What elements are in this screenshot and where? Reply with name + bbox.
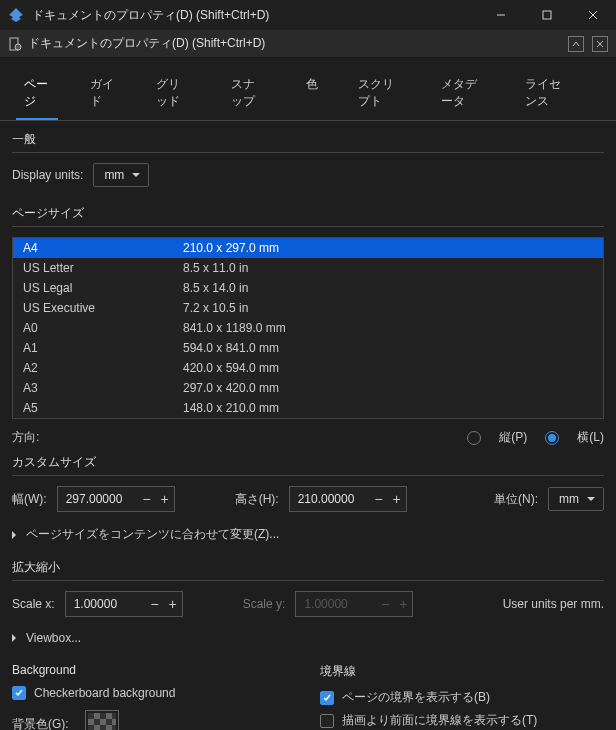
display-units-select[interactable]: mm [93, 163, 149, 187]
tab-6[interactable]: メタデータ [433, 68, 492, 120]
height-label: 高さ(H): [235, 491, 279, 508]
page-size-list[interactable]: A4210.0 x 297.0 mmUS Letter8.5 x 11.0 in… [12, 237, 604, 419]
page-size-row[interactable]: A3297.0 x 420.0 mm [13, 378, 603, 398]
checkerboard-label: Checkerboard background [34, 686, 175, 700]
tab-0[interactable]: ページ [16, 68, 58, 120]
orientation-landscape-label: 横(L) [577, 429, 604, 446]
scale-section: 拡大縮小 Scale x: − + Scale y: − + User unit… [0, 549, 616, 651]
left-column: Background Checkerboard background 背景色(G… [12, 663, 296, 730]
page-size-heading: ページサイズ [12, 205, 604, 227]
page-size-dimensions: 594.0 x 841.0 mm [183, 341, 593, 355]
orientation-landscape-radio[interactable] [545, 431, 559, 445]
checker-swatch-icon [88, 713, 116, 730]
svg-marker-0 [9, 8, 23, 22]
scaley-input: − + [295, 591, 413, 617]
right-column: 境界線 ページの境界を表示する(B) 描画より前面に境界線を表示する(T) 境界… [320, 663, 604, 730]
panel-close-icon[interactable] [592, 36, 608, 52]
close-button[interactable] [570, 0, 616, 30]
page-size-name: A1 [23, 341, 183, 355]
show-border-checkbox[interactable] [320, 691, 334, 705]
page-size-dimensions: 841.0 x 1189.0 mm [183, 321, 593, 335]
checkerboard-checkbox[interactable] [12, 686, 26, 700]
page-size-dimensions: 8.5 x 14.0 in [183, 281, 593, 295]
page-size-name: A5 [23, 401, 183, 415]
page-size-row[interactable]: A0841.0 x 1189.0 mm [13, 318, 603, 338]
maximize-button[interactable] [524, 0, 570, 30]
bg-color-button[interactable] [85, 710, 119, 730]
scaley-label: Scale y: [243, 597, 286, 611]
svg-rect-2 [543, 11, 551, 19]
panel-header: ドキュメントのプロパティ(D) (Shift+Ctrl+D) [0, 30, 616, 58]
scalex-label: Scale x: [12, 597, 55, 611]
general-heading: 一般 [12, 131, 604, 153]
tab-2[interactable]: グリッド [148, 68, 199, 120]
page-size-row[interactable]: US Letter8.5 x 11.0 in [13, 258, 603, 278]
scaley-decrement: − [376, 597, 394, 611]
chevron-right-icon [12, 531, 20, 539]
background-heading: Background [12, 663, 296, 677]
height-decrement[interactable]: − [370, 492, 388, 506]
units-label: 単位(N): [494, 491, 538, 508]
height-increment[interactable]: + [388, 492, 406, 506]
page-size-dimensions: 420.0 x 594.0 mm [183, 361, 593, 375]
page-size-row[interactable]: A4210.0 x 297.0 mm [13, 238, 603, 258]
display-units-label: Display units: [12, 168, 83, 182]
general-section: 一般 Display units: mm [0, 121, 616, 187]
bg-color-label: 背景色(G): [12, 716, 69, 731]
tab-4[interactable]: 色 [298, 68, 326, 120]
panel-title: ドキュメントのプロパティ(D) (Shift+Ctrl+D) [28, 35, 560, 52]
tabs: ページガイドグリッドスナップ色スクリプトメタデータライセンス [0, 58, 616, 121]
page-size-name: US Letter [23, 261, 183, 275]
front-border-label: 描画より前面に境界線を表示する(T) [342, 712, 537, 729]
width-decrement[interactable]: − [138, 492, 156, 506]
scalex-decrement[interactable]: − [146, 597, 164, 611]
tab-1[interactable]: ガイド [82, 68, 124, 120]
bottom-columns: Background Checkerboard background 背景色(G… [0, 651, 616, 730]
width-label: 幅(W): [12, 491, 47, 508]
page-size-dimensions: 297.0 x 420.0 mm [183, 381, 593, 395]
viewbox-expander[interactable]: Viewbox... [12, 625, 604, 651]
minimize-button[interactable] [478, 0, 524, 30]
width-increment[interactable]: + [156, 492, 174, 506]
page-size-row[interactable]: US Executive7.2 x 10.5 in [13, 298, 603, 318]
page-size-row[interactable]: A2420.0 x 594.0 mm [13, 358, 603, 378]
panel-minimize-icon[interactable] [568, 36, 584, 52]
scalex-input[interactable]: − + [65, 591, 183, 617]
scaley-increment: + [394, 597, 412, 611]
page-size-name: US Executive [23, 301, 183, 315]
show-border-label: ページの境界を表示する(B) [342, 689, 490, 706]
page-size-name: A4 [23, 241, 183, 255]
page-size-dimensions: 8.5 x 11.0 in [183, 261, 593, 275]
height-input[interactable]: − + [289, 486, 407, 512]
page-size-name: US Legal [23, 281, 183, 295]
page-size-row[interactable]: A5148.0 x 210.0 mm [13, 398, 603, 418]
page-size-row[interactable]: A1594.0 x 841.0 mm [13, 338, 603, 358]
scale-note: User units per mm. [503, 597, 604, 611]
window-titlebar: ドキュメントのプロパティ(D) (Shift+Ctrl+D) [0, 0, 616, 30]
front-border-checkbox[interactable] [320, 714, 334, 728]
scalex-increment[interactable]: + [164, 597, 182, 611]
custom-size-heading: カスタムサイズ [12, 454, 604, 476]
page-size-dimensions: 148.0 x 210.0 mm [183, 401, 593, 415]
page-size-dimensions: 7.2 x 10.5 in [183, 301, 593, 315]
page-size-name: A0 [23, 321, 183, 335]
units-select[interactable]: mm [548, 487, 604, 511]
tab-7[interactable]: ライセンス [517, 68, 576, 120]
svg-point-6 [15, 44, 21, 50]
width-input[interactable]: − + [57, 486, 175, 512]
resize-to-content-expander[interactable]: ページサイズをコンテンツに合わせて変更(Z)... [12, 520, 604, 549]
inkscape-icon [8, 7, 24, 23]
window-controls [478, 0, 616, 30]
page-size-name: A2 [23, 361, 183, 375]
page-size-row[interactable]: US Legal8.5 x 14.0 in [13, 278, 603, 298]
border-heading: 境界線 [320, 663, 604, 680]
tab-5[interactable]: スクリプト [350, 68, 409, 120]
tab-3[interactable]: スナップ [223, 68, 274, 120]
page-size-name: A3 [23, 381, 183, 395]
orientation-portrait-radio[interactable] [467, 431, 481, 445]
page-size-section: ページサイズ A4210.0 x 297.0 mmUS Letter8.5 x … [0, 195, 616, 549]
orientation-label: 方向: [12, 429, 39, 446]
scale-heading: 拡大縮小 [12, 559, 604, 581]
page-size-dimensions: 210.0 x 297.0 mm [183, 241, 593, 255]
chevron-right-icon [12, 634, 20, 642]
